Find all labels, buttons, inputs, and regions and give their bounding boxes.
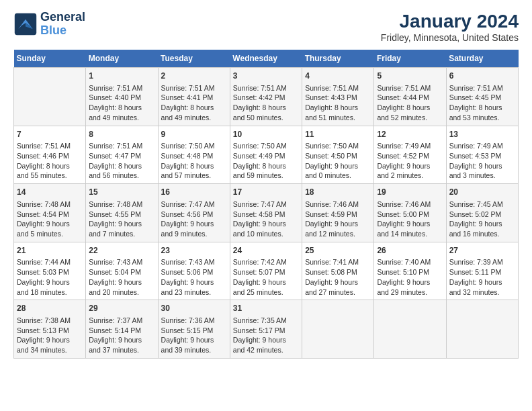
cell-info: Daylight: 9 hours [449,161,515,171]
calendar-cell: 26Sunrise: 7:40 AMSunset: 5:10 PMDayligh… [374,242,446,300]
day-header-sunday: Sunday [14,50,86,68]
cell-info: Daylight: 8 hours [377,103,443,113]
calendar-cell: 4Sunrise: 7:51 AMSunset: 4:43 PMDaylight… [302,68,374,126]
cell-info: Daylight: 9 hours [17,219,83,229]
cell-info: Sunset: 5:06 PM [161,267,227,277]
day-number: 20 [449,187,515,198]
cell-info: Daylight: 8 hours [233,103,299,113]
cell-info: and 39 minutes. [161,345,227,355]
cell-info: Sunset: 5:04 PM [89,267,154,277]
subtitle: Fridley, Minnesota, United States [381,32,519,43]
day-header-tuesday: Tuesday [158,50,230,68]
cell-info: and 27 minutes. [305,287,371,298]
logo-icon [13,12,38,36]
cell-info: Sunset: 4:50 PM [305,151,371,161]
day-number: 15 [89,187,154,198]
cell-info: Daylight: 9 hours [233,335,299,345]
cell-info: Sunset: 4:56 PM [161,210,227,220]
cell-info: Sunrise: 7:39 AM [449,257,515,267]
day-number: 23 [161,245,227,257]
cell-info: and 12 minutes. [305,229,371,239]
calendar-cell: 29Sunrise: 7:37 AMSunset: 5:14 PMDayligh… [86,300,158,359]
cell-info: Sunrise: 7:47 AM [161,199,227,210]
cell-info: Sunrise: 7:51 AM [17,141,83,151]
cell-info: Daylight: 9 hours [305,161,371,171]
cell-info: and 52 minutes. [377,113,443,123]
cell-info: Daylight: 9 hours [377,277,443,287]
cell-info: Sunset: 4:45 PM [449,93,515,103]
cell-info: and 56 minutes. [89,171,154,181]
cell-info: Sunset: 5:07 PM [233,267,299,277]
logo-text: General Blue [40,11,85,38]
cell-info: Daylight: 8 hours [233,161,299,171]
header: General Blue January 2024 Fridley, Minne… [13,11,519,43]
cell-info: Sunset: 4:43 PM [305,93,371,103]
cell-info: and 37 minutes. [89,345,154,355]
day-header-wednesday: Wednesday [230,50,302,68]
calendar-cell: 23Sunrise: 7:43 AMSunset: 5:06 PMDayligh… [158,242,230,300]
calendar-cell: 7Sunrise: 7:51 AMSunset: 4:46 PMDaylight… [14,126,86,184]
calendar-cell: 12Sunrise: 7:49 AMSunset: 4:52 PMDayligh… [374,126,446,184]
cell-info: Sunset: 4:46 PM [17,151,83,161]
main-title: January 2024 [381,11,519,32]
week-row-1: 1Sunrise: 7:51 AMSunset: 4:40 PMDaylight… [14,68,519,126]
day-number: 3 [233,71,299,82]
day-number: 25 [305,245,371,257]
calendar-table: SundayMondayTuesdayWednesdayThursdayFrid… [13,50,519,359]
cell-info: Sunrise: 7:43 AM [89,257,154,267]
cell-info: and 20 minutes. [89,287,154,298]
day-number: 24 [233,245,299,257]
cell-info: and 23 minutes. [161,287,227,298]
cell-info: Sunrise: 7:49 AM [449,141,515,151]
cell-info: Sunset: 4:55 PM [89,210,154,220]
cell-info: Sunset: 4:58 PM [233,210,299,220]
calendar-cell: 11Sunrise: 7:50 AMSunset: 4:50 PMDayligh… [302,126,374,184]
calendar-cell: 25Sunrise: 7:41 AMSunset: 5:08 PMDayligh… [302,242,374,300]
cell-info: Daylight: 8 hours [89,161,154,171]
cell-info: Daylight: 9 hours [233,277,299,287]
cell-info: and 34 minutes. [17,345,83,355]
day-number: 1 [89,71,154,82]
day-number: 30 [161,303,227,314]
logo-line2: Blue [40,24,85,38]
cell-info: and 25 minutes. [233,287,299,298]
cell-info: Sunset: 4:54 PM [17,210,83,220]
cell-info: Sunrise: 7:37 AM [89,316,154,326]
cell-info: Daylight: 9 hours [89,335,154,345]
cell-info: and 57 minutes. [161,171,227,181]
day-header-saturday: Saturday [446,50,518,68]
day-number: 11 [305,129,371,140]
day-number: 21 [17,245,83,257]
day-number: 13 [449,129,515,140]
calendar-cell: 24Sunrise: 7:42 AMSunset: 5:07 PMDayligh… [230,242,302,300]
calendar-cell: 31Sunrise: 7:35 AMSunset: 5:17 PMDayligh… [230,300,302,359]
calendar-cell: 17Sunrise: 7:47 AMSunset: 4:58 PMDayligh… [230,184,302,242]
page-container: General Blue January 2024 Fridley, Minne… [0,0,532,365]
day-number: 2 [161,71,227,82]
cell-info: Sunrise: 7:36 AM [161,316,227,326]
day-number: 9 [161,129,227,140]
cell-info: Daylight: 9 hours [161,335,227,345]
cell-info: Sunset: 5:17 PM [233,326,299,336]
cell-info: and 18 minutes. [17,287,83,298]
calendar-cell: 19Sunrise: 7:46 AMSunset: 5:00 PMDayligh… [374,184,446,242]
cell-info: Sunset: 5:10 PM [377,267,443,277]
day-header-friday: Friday [374,50,446,68]
day-header-thursday: Thursday [302,50,374,68]
cell-info: Sunset: 4:49 PM [233,151,299,161]
cell-info: and 59 minutes. [233,171,299,181]
cell-info: and 51 minutes. [305,113,371,123]
cell-info: and 5 minutes. [17,229,83,239]
cell-info: Sunrise: 7:51 AM [89,83,154,93]
cell-info: Daylight: 9 hours [449,219,515,229]
cell-info: Daylight: 9 hours [233,219,299,229]
calendar-cell: 1Sunrise: 7:51 AMSunset: 4:40 PMDaylight… [86,68,158,126]
cell-info: Sunrise: 7:50 AM [233,141,299,151]
cell-info: Daylight: 8 hours [161,161,227,171]
calendar-cell: 15Sunrise: 7:48 AMSunset: 4:55 PMDayligh… [86,184,158,242]
cell-info: Daylight: 8 hours [17,161,83,171]
cell-info: Sunrise: 7:49 AM [377,141,443,151]
day-number: 31 [233,303,299,314]
cell-info: Sunset: 5:13 PM [17,326,83,336]
cell-info: Sunrise: 7:46 AM [377,199,443,210]
